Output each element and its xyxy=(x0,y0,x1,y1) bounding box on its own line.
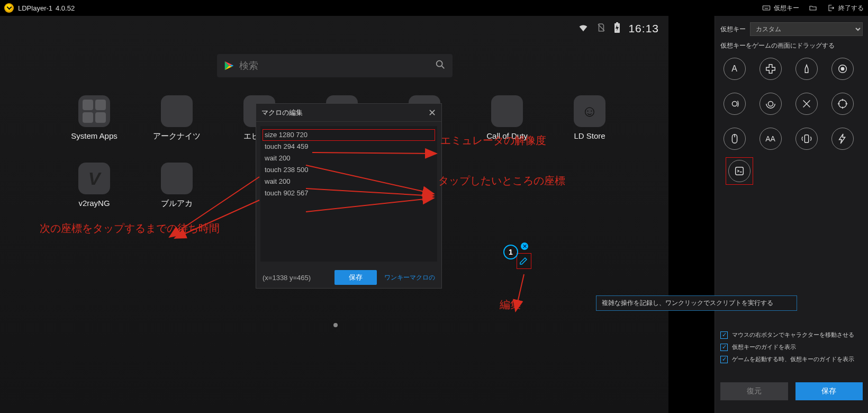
keyboard-icon xyxy=(762,4,771,12)
vkey-script-tooltip: 複雑な操作を記録し、ワンクリックでスクリプトを実行する xyxy=(596,295,797,311)
macro-dialog-header[interactable]: マクロの編集 ✕ xyxy=(256,104,441,122)
restore-button[interactable]: 復元 xyxy=(720,382,788,400)
app-blue-archive[interactable]: ブルアカ xyxy=(135,163,218,209)
vkey-label: 仮想キー xyxy=(720,25,746,34)
macro-key-delete[interactable]: ✕ xyxy=(521,243,528,250)
app-v2rayng[interactable]: Vv2rayNG xyxy=(53,163,135,209)
annotation-resolution: エミュレータの解像度 xyxy=(440,133,546,148)
vkey-tool-flash[interactable] xyxy=(831,128,854,150)
search-bar[interactable] xyxy=(217,54,453,77)
macro-edit-dialog: マクロの編集 ✕ size 1280 720 touch 294 459 wai… xyxy=(256,103,442,289)
vkey-tool-mouse[interactable] xyxy=(724,128,746,150)
vkey-tool-script[interactable] xyxy=(728,160,751,182)
macro-script-body[interactable]: size 1280 720 touch 294 459 wait 200 tou… xyxy=(260,126,437,262)
svg-rect-10 xyxy=(804,135,808,143)
vkey-tool-combo[interactable] xyxy=(795,93,818,115)
svg-rect-0 xyxy=(763,6,770,10)
svg-point-8 xyxy=(838,100,846,108)
svg-rect-2 xyxy=(616,22,618,23)
virtual-key-panel: 仮想キー カスタム 仮想キーをゲームの画面にドラッグする A AA ✓マウスの右… xyxy=(715,16,868,413)
svg-point-6 xyxy=(732,101,737,106)
virtual-key-button[interactable]: 仮想キー xyxy=(762,4,799,13)
vkey-tool-fire[interactable] xyxy=(795,58,818,80)
titlebar: LDPlayer-1 4.0.52 仮想キー 終了する xyxy=(0,0,868,16)
check-mouse-right-move[interactable]: ✓マウスの右ボタンでキャラクターを移動させる xyxy=(720,331,863,339)
no-sim-icon xyxy=(596,22,606,35)
save-button[interactable]: 保存 xyxy=(795,382,863,400)
check-show-guide[interactable]: ✓仮想キーのガイドを表示 xyxy=(720,343,863,351)
vkey-tool-text[interactable]: AA xyxy=(760,128,782,150)
macro-line[interactable]: touch 902 567 xyxy=(263,187,435,199)
play-store-icon xyxy=(223,60,235,71)
search-icon[interactable] xyxy=(435,59,446,73)
vkey-tool-freelook[interactable] xyxy=(724,93,746,115)
annotation-wait-time: 次の座標をタップするまでの待ち時間 xyxy=(40,221,220,236)
svg-point-3 xyxy=(437,61,442,67)
macro-line[interactable]: touch 238 500 xyxy=(263,164,435,176)
exit-button[interactable]: 終了する xyxy=(827,4,864,13)
macro-dialog-title: マクロの編集 xyxy=(261,108,303,118)
annotation-edit: 編集 xyxy=(500,298,521,312)
vkey-drag-hint: 仮想キーをゲームの画面にドラッグする xyxy=(720,41,863,50)
battery-icon xyxy=(613,22,621,36)
macro-line[interactable]: wait 200 xyxy=(263,176,435,187)
macro-cursor-coords: (x=1338 y=465) xyxy=(263,274,311,282)
svg-point-7 xyxy=(768,101,773,106)
vkey-tool-dpad[interactable] xyxy=(760,58,782,80)
app-system-apps[interactable]: System Apps xyxy=(53,95,135,141)
annotation-script-highlight xyxy=(726,157,753,185)
check-show-guide-on-launch[interactable]: ✓ゲームを起動する時、仮想キーのガイドを表示 xyxy=(720,355,863,363)
svg-point-5 xyxy=(841,67,844,70)
vkey-tool-shake[interactable] xyxy=(795,128,818,150)
close-icon[interactable]: ✕ xyxy=(428,107,436,119)
page-indicator-dot xyxy=(333,323,338,327)
app-version: 4.0.52 xyxy=(56,4,75,12)
folder-icon xyxy=(809,4,817,12)
vkey-tool-tap[interactable]: A xyxy=(724,58,746,80)
vkey-tool-scope[interactable] xyxy=(831,93,854,115)
app-logo-icon xyxy=(4,3,14,13)
macro-key-marker[interactable]: 1 xyxy=(503,245,518,259)
vkey-tool-grid: A AA xyxy=(720,58,863,150)
macro-help-link[interactable]: ワンキーマクロの xyxy=(384,273,435,282)
annotation-tap-coords: タップしたいところの座標 xyxy=(438,174,565,188)
clock: 16:13 xyxy=(628,22,659,35)
wifi-icon xyxy=(577,22,589,36)
app-ldstore[interactable]: ☺LD Store xyxy=(548,95,631,141)
macro-line[interactable]: touch 294 459 xyxy=(263,141,435,152)
search-input[interactable] xyxy=(239,60,435,71)
macro-line[interactable]: size 1280 720 xyxy=(263,129,435,141)
vkey-preset-select[interactable]: カスタム xyxy=(750,22,863,36)
vkey-tool-aim[interactable] xyxy=(831,58,854,80)
macro-line[interactable]: wait 200 xyxy=(263,152,435,164)
macro-key-edit-icon[interactable] xyxy=(519,256,528,266)
vkey-tool-gravity[interactable] xyxy=(760,93,782,115)
exit-icon xyxy=(827,4,835,12)
folder-button[interactable] xyxy=(809,4,817,12)
app-name: LDPlayer-1 xyxy=(18,4,52,12)
vkey-options: ✓マウスの右ボタンでキャラクターを移動させる ✓仮想キーのガイドを表示 ✓ゲーム… xyxy=(720,327,863,367)
macro-save-button[interactable]: 保存 xyxy=(334,270,377,285)
app-arknights[interactable]: アークナイツ xyxy=(135,95,218,141)
android-status-bar: 16:13 xyxy=(577,16,668,41)
